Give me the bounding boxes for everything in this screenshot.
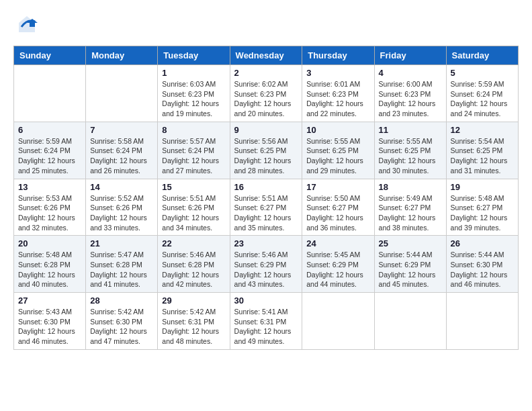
day-number: 17 bbox=[306, 182, 369, 192]
calendar-cell bbox=[302, 293, 374, 350]
calendar-cell: 27Sunrise: 5:43 AM Sunset: 6:30 PM Dayli… bbox=[14, 293, 86, 350]
day-header-friday: Friday bbox=[374, 46, 446, 65]
calendar-week-row: 1Sunrise: 6:03 AM Sunset: 6:23 PM Daylig… bbox=[14, 65, 519, 122]
day-number: 24 bbox=[306, 238, 369, 248]
day-number: 9 bbox=[234, 125, 298, 135]
day-header-saturday: Saturday bbox=[446, 46, 518, 65]
day-info: Sunrise: 6:00 AM Sunset: 6:23 PM Dayligh… bbox=[379, 79, 442, 119]
day-number: 12 bbox=[451, 125, 514, 135]
calendar-cell: 10Sunrise: 5:55 AM Sunset: 6:25 PM Dayli… bbox=[302, 122, 374, 179]
calendar-cell bbox=[14, 65, 86, 122]
page-header bbox=[13, 13, 519, 35]
day-info: Sunrise: 5:42 AM Sunset: 6:31 PM Dayligh… bbox=[162, 307, 225, 347]
day-number: 10 bbox=[306, 125, 369, 135]
day-info: Sunrise: 5:51 AM Sunset: 6:26 PM Dayligh… bbox=[162, 193, 225, 233]
calendar-table: SundayMondayTuesdayWednesdayThursdayFrid… bbox=[13, 46, 519, 350]
day-info: Sunrise: 5:47 AM Sunset: 6:28 PM Dayligh… bbox=[90, 250, 153, 289]
day-number: 25 bbox=[379, 238, 442, 248]
day-info: Sunrise: 5:46 AM Sunset: 6:28 PM Dayligh… bbox=[162, 250, 225, 289]
calendar-cell: 28Sunrise: 5:42 AM Sunset: 6:30 PM Dayli… bbox=[86, 293, 158, 350]
day-number: 1 bbox=[162, 68, 225, 78]
day-number: 4 bbox=[379, 68, 442, 78]
day-info: Sunrise: 6:03 AM Sunset: 6:23 PM Dayligh… bbox=[162, 79, 225, 119]
day-info: Sunrise: 5:48 AM Sunset: 6:28 PM Dayligh… bbox=[18, 250, 81, 289]
calendar-cell: 17Sunrise: 5:50 AM Sunset: 6:27 PM Dayli… bbox=[302, 179, 374, 236]
day-info: Sunrise: 5:44 AM Sunset: 6:29 PM Dayligh… bbox=[379, 250, 442, 289]
calendar-week-row: 20Sunrise: 5:48 AM Sunset: 6:28 PM Dayli… bbox=[14, 236, 519, 293]
day-info: Sunrise: 5:46 AM Sunset: 6:29 PM Dayligh… bbox=[234, 250, 298, 289]
day-info: Sunrise: 6:02 AM Sunset: 6:23 PM Dayligh… bbox=[234, 79, 298, 119]
day-header-tuesday: Tuesday bbox=[158, 46, 230, 65]
calendar-cell: 4Sunrise: 6:00 AM Sunset: 6:23 PM Daylig… bbox=[374, 65, 446, 122]
day-number: 18 bbox=[379, 182, 442, 192]
day-number: 27 bbox=[18, 295, 81, 306]
calendar-cell: 30Sunrise: 5:41 AM Sunset: 6:31 PM Dayli… bbox=[230, 293, 302, 350]
day-info: Sunrise: 6:01 AM Sunset: 6:23 PM Dayligh… bbox=[306, 79, 369, 119]
logo bbox=[13, 13, 38, 35]
logo-icon bbox=[16, 13, 38, 35]
calendar-cell: 16Sunrise: 5:51 AM Sunset: 6:27 PM Dayli… bbox=[230, 179, 302, 236]
day-info: Sunrise: 5:55 AM Sunset: 6:25 PM Dayligh… bbox=[306, 136, 369, 176]
calendar-cell: 26Sunrise: 5:44 AM Sunset: 6:30 PM Dayli… bbox=[446, 236, 518, 293]
day-number: 15 bbox=[162, 182, 225, 192]
day-number: 26 bbox=[451, 238, 514, 248]
calendar-cell: 24Sunrise: 5:45 AM Sunset: 6:29 PM Dayli… bbox=[302, 236, 374, 293]
day-number: 3 bbox=[306, 68, 369, 78]
day-number: 8 bbox=[162, 125, 225, 135]
day-number: 16 bbox=[234, 182, 298, 192]
calendar-week-row: 27Sunrise: 5:43 AM Sunset: 6:30 PM Dayli… bbox=[14, 293, 519, 350]
day-info: Sunrise: 5:41 AM Sunset: 6:31 PM Dayligh… bbox=[234, 307, 298, 347]
calendar-cell: 9Sunrise: 5:56 AM Sunset: 6:25 PM Daylig… bbox=[230, 122, 302, 179]
calendar-cell: 20Sunrise: 5:48 AM Sunset: 6:28 PM Dayli… bbox=[14, 236, 86, 293]
day-number: 22 bbox=[162, 238, 225, 248]
calendar-header-row: SundayMondayTuesdayWednesdayThursdayFrid… bbox=[14, 46, 519, 65]
day-number: 19 bbox=[451, 182, 514, 192]
calendar-cell: 13Sunrise: 5:53 AM Sunset: 6:26 PM Dayli… bbox=[14, 179, 86, 236]
calendar-week-row: 6Sunrise: 5:59 AM Sunset: 6:24 PM Daylig… bbox=[14, 122, 519, 179]
day-number: 21 bbox=[90, 238, 153, 248]
calendar-cell bbox=[86, 65, 158, 122]
day-info: Sunrise: 5:51 AM Sunset: 6:27 PM Dayligh… bbox=[234, 193, 298, 233]
day-number: 11 bbox=[379, 125, 442, 135]
day-info: Sunrise: 5:50 AM Sunset: 6:27 PM Dayligh… bbox=[306, 193, 369, 233]
day-info: Sunrise: 5:54 AM Sunset: 6:25 PM Dayligh… bbox=[451, 136, 514, 176]
day-number: 6 bbox=[18, 125, 81, 135]
day-info: Sunrise: 5:45 AM Sunset: 6:29 PM Dayligh… bbox=[306, 250, 369, 289]
day-number: 29 bbox=[162, 295, 225, 306]
day-info: Sunrise: 5:48 AM Sunset: 6:27 PM Dayligh… bbox=[451, 193, 514, 233]
calendar-cell: 3Sunrise: 6:01 AM Sunset: 6:23 PM Daylig… bbox=[302, 65, 374, 122]
day-number: 13 bbox=[18, 182, 81, 192]
calendar-cell: 8Sunrise: 5:57 AM Sunset: 6:24 PM Daylig… bbox=[158, 122, 230, 179]
day-number: 5 bbox=[451, 68, 514, 78]
day-info: Sunrise: 5:52 AM Sunset: 6:26 PM Dayligh… bbox=[90, 193, 153, 233]
day-number: 7 bbox=[90, 125, 153, 135]
calendar-cell: 1Sunrise: 6:03 AM Sunset: 6:23 PM Daylig… bbox=[158, 65, 230, 122]
day-info: Sunrise: 5:57 AM Sunset: 6:24 PM Dayligh… bbox=[162, 136, 225, 176]
day-number: 23 bbox=[234, 238, 298, 248]
day-number: 28 bbox=[90, 295, 153, 306]
calendar-cell: 21Sunrise: 5:47 AM Sunset: 6:28 PM Dayli… bbox=[86, 236, 158, 293]
calendar-cell bbox=[374, 293, 446, 350]
day-header-wednesday: Wednesday bbox=[230, 46, 302, 65]
calendar-cell: 25Sunrise: 5:44 AM Sunset: 6:29 PM Dayli… bbox=[374, 236, 446, 293]
calendar-cell: 15Sunrise: 5:51 AM Sunset: 6:26 PM Dayli… bbox=[158, 179, 230, 236]
day-info: Sunrise: 5:43 AM Sunset: 6:30 PM Dayligh… bbox=[18, 307, 81, 347]
day-number: 14 bbox=[90, 182, 153, 192]
calendar-cell: 12Sunrise: 5:54 AM Sunset: 6:25 PM Dayli… bbox=[446, 122, 518, 179]
calendar-cell: 19Sunrise: 5:48 AM Sunset: 6:27 PM Dayli… bbox=[446, 179, 518, 236]
day-number: 2 bbox=[234, 68, 298, 78]
day-info: Sunrise: 5:53 AM Sunset: 6:26 PM Dayligh… bbox=[18, 193, 81, 233]
day-header-monday: Monday bbox=[86, 46, 158, 65]
calendar-cell: 6Sunrise: 5:59 AM Sunset: 6:24 PM Daylig… bbox=[14, 122, 86, 179]
calendar-cell: 18Sunrise: 5:49 AM Sunset: 6:27 PM Dayli… bbox=[374, 179, 446, 236]
day-info: Sunrise: 5:49 AM Sunset: 6:27 PM Dayligh… bbox=[379, 193, 442, 233]
day-info: Sunrise: 5:59 AM Sunset: 6:24 PM Dayligh… bbox=[451, 79, 514, 119]
day-info: Sunrise: 5:56 AM Sunset: 6:25 PM Dayligh… bbox=[234, 136, 298, 176]
calendar-cell: 23Sunrise: 5:46 AM Sunset: 6:29 PM Dayli… bbox=[230, 236, 302, 293]
day-number: 20 bbox=[18, 238, 81, 248]
calendar-cell: 2Sunrise: 6:02 AM Sunset: 6:23 PM Daylig… bbox=[230, 65, 302, 122]
calendar-week-row: 13Sunrise: 5:53 AM Sunset: 6:26 PM Dayli… bbox=[14, 179, 519, 236]
calendar-cell bbox=[446, 293, 518, 350]
calendar-cell: 5Sunrise: 5:59 AM Sunset: 6:24 PM Daylig… bbox=[446, 65, 518, 122]
calendar-cell: 7Sunrise: 5:58 AM Sunset: 6:24 PM Daylig… bbox=[86, 122, 158, 179]
